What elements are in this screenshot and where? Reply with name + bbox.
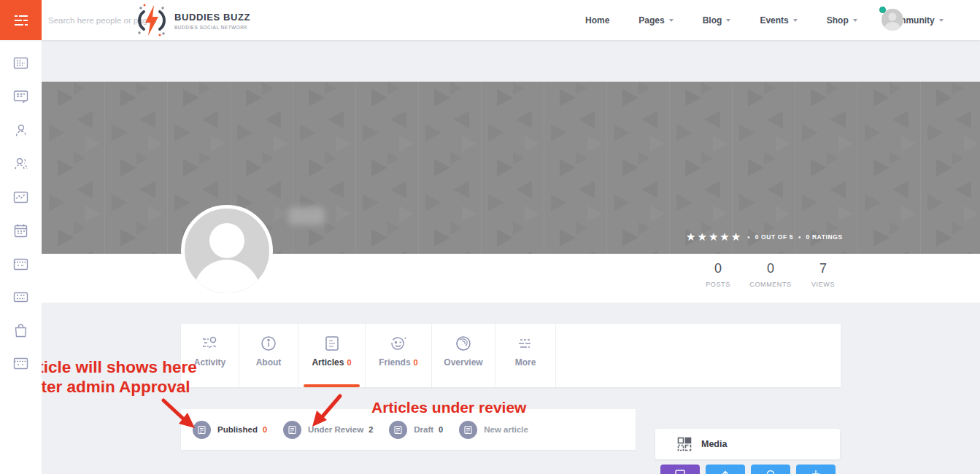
stat-label: POSTS (692, 281, 744, 288)
profile-tabs: Activity About Articles0 Friends0 (181, 324, 841, 387)
nav-item-pages[interactable]: Pages (624, 0, 687, 40)
profile-avatar[interactable] (181, 205, 273, 297)
stat-label: COMMENTS (744, 281, 797, 288)
stat-posts[interactable]: 0 POSTS (692, 261, 744, 288)
rating-count-text: 0 RATINGS (806, 233, 843, 241)
nav-item-blog[interactable]: Blog (688, 0, 746, 40)
buddies-buzz-profile-page: BUDDIES BUZZ BUDDIES SOCIAL NETWORK Home… (0, 0, 980, 474)
annotation-line: after admin Approval (19, 377, 198, 397)
tab-label: About (256, 357, 282, 368)
star-icon[interactable]: ★ (709, 230, 718, 244)
chevron-down-icon (793, 19, 798, 22)
star-icon[interactable]: ★ (686, 230, 695, 244)
nav-label: Pages (638, 15, 664, 26)
sidebar-item-members[interactable] (12, 155, 29, 172)
stat-value: 0 (744, 261, 797, 276)
star-icon[interactable]: ★ (697, 230, 706, 244)
sidebar-item-profile[interactable] (12, 122, 29, 139)
tab-label-text: Overview (444, 357, 482, 368)
shop-bag-icon (12, 322, 29, 339)
subtab-draft[interactable]: Draft 0 (389, 421, 443, 439)
tab-about[interactable]: About (239, 324, 298, 387)
media-button-blue-1[interactable] (706, 465, 745, 474)
star-icon[interactable]: ★ (719, 230, 729, 244)
media-widget-card: Media (655, 429, 840, 459)
brand-logo[interactable]: BUDDIES BUZZ BUDDIES SOCIAL NETWORK (134, 2, 250, 39)
sidebar-toggle-button[interactable] (0, 0, 42, 40)
media-button-blue-2[interactable] (751, 465, 790, 474)
annotation-under-review: Articles under review (371, 398, 526, 416)
media-button-purple[interactable] (660, 465, 700, 474)
annotation-arrow-icon (306, 392, 344, 429)
plus-icon (811, 470, 820, 474)
cover-triangle-pattern (42, 82, 980, 254)
tab-articles[interactable]: Articles0 (298, 324, 366, 387)
profile-stats: 0 POSTS 0 COMMENTS 7 VIEWS (692, 261, 849, 288)
subtab-published[interactable]: Published 0 (193, 421, 267, 439)
sidebar-item-media[interactable] (12, 189, 29, 206)
tab-label-text: Friends (379, 357, 410, 368)
nav-item-shop[interactable]: Shop (812, 0, 872, 40)
nav-item-home[interactable]: Home (571, 0, 624, 40)
tab-label: Friends0 (379, 357, 417, 368)
annotation-admin-approval: Article will shows here after admin Appr… (19, 357, 198, 397)
chevron-down-icon (726, 19, 730, 22)
tab-label-text: More (515, 357, 536, 368)
tab-label: Overview (444, 357, 482, 368)
sidebar-item-window[interactable] (12, 355, 29, 372)
tab-label-text: About (256, 357, 282, 368)
profile-rating: ★ ★ ★ ★ ★ • 0 OUT OF 5 • 0 RATINGS (686, 230, 843, 244)
active-tab-underline (304, 384, 360, 387)
star-icon[interactable]: ★ (731, 230, 741, 244)
lightning-logo-icon (134, 2, 170, 39)
window-icon (12, 355, 29, 372)
rating-score-text: 0 OUT OF 5 (755, 233, 793, 241)
members-icon (12, 155, 29, 172)
tab-count: 0 (347, 358, 351, 367)
news-feed-icon (12, 55, 29, 71)
sidebar-item-pages[interactable] (12, 256, 29, 273)
media-button-blue-3[interactable] (796, 465, 836, 474)
tab-count: 0 (414, 358, 418, 367)
subtab-label: Published (217, 425, 258, 434)
tab-overview[interactable]: Overview (432, 324, 495, 387)
tab-friends[interactable]: Friends0 (366, 324, 432, 387)
overview-globe-icon (455, 335, 472, 352)
annotation-arrow-icon (161, 397, 197, 430)
rating-separator: • (747, 233, 750, 241)
subtab-count: 0 (439, 425, 443, 434)
upload-icon (721, 470, 730, 474)
info-icon (260, 335, 277, 352)
cover-photo[interactable] (42, 82, 980, 254)
chevron-down-icon (669, 19, 674, 22)
pages-window-icon (12, 256, 29, 273)
brand-subtitle: BUDDIES SOCIAL NETWORK (174, 25, 250, 30)
sidebar-item-forums[interactable] (12, 289, 29, 306)
more-lines-icon (516, 335, 535, 352)
annotation-line: Article will shows here (19, 357, 198, 377)
forums-icon (12, 289, 29, 306)
subtab-label: Draft (414, 425, 433, 434)
tab-label: Articles0 (312, 357, 351, 368)
sidebar-item-shop[interactable] (12, 322, 29, 339)
tab-label-text: Activity (194, 357, 225, 368)
stat-views[interactable]: 7 VIEWS (797, 261, 849, 288)
subtab-new-article[interactable]: New article (459, 421, 528, 439)
media-action-buttons (660, 465, 841, 474)
events-calendar-icon (12, 222, 29, 239)
subtab-label: New article (484, 425, 528, 434)
tab-label: Activity (194, 357, 225, 368)
activity-icon (201, 335, 220, 352)
nav-item-events[interactable]: Events (745, 0, 811, 40)
sidebar-item-news-feed[interactable] (12, 55, 29, 71)
chevron-down-icon (853, 19, 857, 22)
tab-more[interactable]: More (495, 324, 556, 387)
subtab-count: 0 (263, 425, 267, 434)
stat-comments[interactable]: 0 COMMENTS (744, 261, 797, 288)
brand-text: BUDDIES BUZZ BUDDIES SOCIAL NETWORK (174, 12, 250, 30)
sidebar-item-blog[interactable] (12, 88, 29, 105)
media-icon (12, 189, 29, 206)
sidebar-item-events[interactable] (12, 222, 29, 239)
articles-icon (323, 335, 341, 352)
tab-label-text: Articles (312, 357, 344, 368)
